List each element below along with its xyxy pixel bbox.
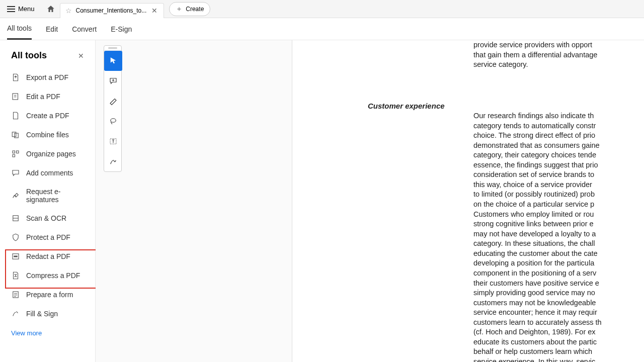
speech-bubble-icon bbox=[109, 76, 118, 85]
tool-item-request-sign[interactable]: Request e-signatures bbox=[0, 183, 95, 209]
svg-rect-8 bbox=[14, 256, 18, 257]
palette-drag-handle[interactable] bbox=[104, 46, 121, 51]
highlighter-icon bbox=[109, 97, 118, 106]
compress-icon bbox=[11, 271, 20, 280]
organize-icon bbox=[11, 149, 20, 158]
tools-sidebar: All tools ✕ Export a PDFEdit a PDFCreate… bbox=[0, 40, 96, 362]
svg-rect-1 bbox=[12, 132, 16, 137]
create-label: Create bbox=[186, 6, 204, 13]
request-sign-icon bbox=[11, 191, 20, 200]
comment-tool[interactable] bbox=[104, 71, 122, 91]
section-heading: Customer experience bbox=[292, 71, 644, 111]
tool-item-compress[interactable]: Compress a PDF bbox=[0, 266, 95, 285]
svg-rect-4 bbox=[17, 151, 19, 153]
tool-item-scan-ocr[interactable]: Scan & OCR bbox=[0, 209, 95, 228]
tool-label: Fill & Sign bbox=[26, 310, 58, 318]
pen-icon bbox=[109, 157, 118, 166]
tool-label: Combine files bbox=[26, 131, 69, 139]
document-area[interactable]: provide service providers with opporttha… bbox=[96, 40, 644, 362]
body-text-top: provide service providers with opporttha… bbox=[292, 40, 644, 70]
nav-esign[interactable]: E-Sign bbox=[111, 19, 132, 39]
protect-icon bbox=[11, 233, 20, 242]
home-button[interactable] bbox=[42, 0, 60, 18]
tool-item-protect[interactable]: Protect a PDF bbox=[0, 228, 95, 247]
tool-label: Protect a PDF bbox=[26, 233, 70, 241]
tool-label: Export a PDF bbox=[26, 73, 68, 81]
nav-edit[interactable]: Edit bbox=[46, 19, 58, 39]
cursor-icon bbox=[109, 56, 118, 65]
tool-label: Scan & OCR bbox=[26, 214, 66, 222]
tool-item-combine[interactable]: Combine files bbox=[0, 125, 95, 144]
top-nav: All tools Edit Convert E-Sign bbox=[0, 18, 644, 40]
tool-label: Compress a PDF bbox=[26, 272, 80, 280]
create-button[interactable]: ＋ Create bbox=[169, 2, 210, 16]
lasso-icon bbox=[109, 117, 118, 126]
scan-ocr-icon bbox=[11, 214, 20, 223]
tool-item-create-pdf[interactable]: Create a PDF bbox=[0, 106, 95, 125]
edit-pdf-icon bbox=[11, 92, 20, 101]
nav-convert[interactable]: Convert bbox=[72, 19, 97, 39]
tab-title: Consumer_Intentions_to... bbox=[76, 7, 147, 14]
select-tool[interactable] bbox=[104, 51, 122, 71]
tool-item-export[interactable]: Export a PDF bbox=[0, 68, 95, 87]
sign-tool[interactable] bbox=[104, 151, 122, 171]
tool-label: Redact a PDF bbox=[26, 252, 70, 260]
close-tab-button[interactable]: ✕ bbox=[150, 7, 158, 15]
sidebar-title: All tools bbox=[11, 50, 47, 61]
tool-label: Create a PDF bbox=[26, 112, 69, 120]
fill-sign-icon bbox=[11, 309, 20, 318]
form-icon bbox=[11, 290, 20, 299]
comment-icon bbox=[11, 168, 20, 177]
tool-label: Prepare a form bbox=[26, 291, 73, 299]
menu-button[interactable]: Menu bbox=[0, 0, 42, 18]
home-icon bbox=[46, 5, 55, 14]
tool-item-organize[interactable]: Organize pages bbox=[0, 144, 95, 163]
tool-item-comment[interactable]: Add comments bbox=[0, 163, 95, 183]
draw-tool[interactable] bbox=[104, 111, 122, 131]
tool-item-edit-pdf[interactable]: Edit a PDF bbox=[0, 87, 95, 106]
close-sidebar-button[interactable]: ✕ bbox=[78, 52, 84, 60]
hamburger-icon bbox=[7, 6, 15, 12]
titlebar: Menu ☆ Consumer_Intentions_to... ✕ ＋ Cre… bbox=[0, 0, 644, 18]
svg-rect-5 bbox=[13, 155, 15, 157]
nav-all-tools[interactable]: All tools bbox=[7, 18, 32, 40]
plus-icon: ＋ bbox=[176, 5, 183, 14]
menu-label: Menu bbox=[18, 5, 35, 13]
tool-list: Export a PDFEdit a PDFCreate a PDFCombin… bbox=[0, 68, 95, 323]
highlight-tool[interactable] bbox=[104, 91, 122, 111]
svg-rect-3 bbox=[13, 151, 15, 153]
document-tab[interactable]: ☆ Consumer_Intentions_to... ✕ bbox=[60, 3, 165, 18]
tool-item-form[interactable]: Prepare a form bbox=[0, 285, 95, 304]
text-tool[interactable] bbox=[104, 131, 122, 151]
tool-label: Organize pages bbox=[26, 150, 76, 158]
redact-icon bbox=[11, 252, 20, 261]
export-icon bbox=[11, 73, 20, 82]
pdf-page[interactable]: provide service providers with opporttha… bbox=[292, 40, 644, 362]
tool-label: Request e-signatures bbox=[26, 188, 84, 204]
create-pdf-icon bbox=[11, 111, 20, 120]
text-box-icon bbox=[109, 137, 118, 146]
main-area: All tools ✕ Export a PDFEdit a PDFCreate… bbox=[0, 40, 644, 362]
svg-rect-2 bbox=[15, 133, 19, 138]
annotation-palette[interactable] bbox=[104, 45, 122, 172]
svg-rect-0 bbox=[13, 94, 18, 100]
view-more-link[interactable]: View more bbox=[0, 323, 95, 343]
combine-icon bbox=[11, 130, 20, 139]
tool-item-fill-sign[interactable]: Fill & Sign bbox=[0, 304, 95, 323]
tool-item-redact[interactable]: Redact a PDF bbox=[0, 247, 95, 266]
tool-label: Add comments bbox=[26, 169, 73, 177]
sidebar-header: All tools ✕ bbox=[0, 47, 95, 68]
star-icon[interactable]: ☆ bbox=[65, 7, 72, 15]
body-text-main: Our research findings also indicate thca… bbox=[292, 111, 644, 362]
svg-point-10 bbox=[111, 119, 116, 123]
tool-label: Edit a PDF bbox=[26, 93, 60, 101]
